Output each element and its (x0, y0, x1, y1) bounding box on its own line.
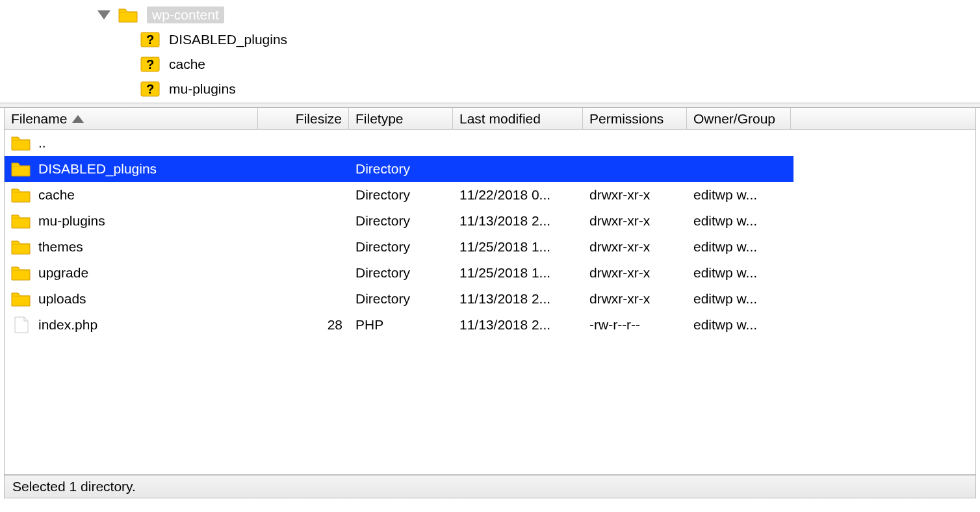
column-label: Last modified (459, 111, 541, 127)
file-owner: editwp w... (693, 317, 757, 333)
status-bar: Selected 1 directory. (4, 475, 976, 498)
pane-splitter[interactable] (0, 103, 980, 108)
file-date: 11/13/2018 2... (459, 291, 550, 307)
column-header-filetype[interactable]: Filetype (349, 108, 453, 129)
folder-icon (11, 264, 31, 281)
file-rows-area[interactable]: ..DISABLED_pluginsDirectorycacheDirector… (5, 130, 975, 474)
svg-text:?: ? (146, 32, 154, 47)
column-header-filesize[interactable]: Filesize (258, 108, 349, 129)
file-permissions: drwxr-xr-x (589, 187, 650, 203)
file-row[interactable]: mu-pluginsDirectory11/13/2018 2...drwxr-… (5, 208, 793, 234)
tree-item[interactable]: ?mu-plugins (0, 77, 980, 101)
file-name: upgrade (38, 265, 88, 281)
file-permissions: drwxr-xr-x (589, 213, 650, 229)
file-date: 11/13/2018 2... (459, 317, 550, 333)
file-owner: editwp w... (693, 291, 757, 307)
file-date: 11/13/2018 2... (459, 213, 550, 229)
file-row[interactable]: .. (5, 130, 793, 156)
directory-tree-pane: wp-content ?DISABLED_plugins?cache?mu-pl… (0, 0, 980, 103)
chevron-down-icon[interactable] (97, 10, 110, 19)
svg-text:?: ? (146, 57, 154, 71)
file-type: Directory (355, 239, 410, 255)
file-row[interactable]: DISABLED_pluginsDirectory (5, 156, 793, 182)
folder-icon (11, 238, 31, 255)
file-type: PHP (355, 317, 383, 333)
column-label: Filetype (355, 111, 404, 127)
svg-text:?: ? (146, 82, 154, 96)
file-name: index.php (38, 317, 97, 333)
status-text: Selected 1 directory. (12, 479, 136, 494)
tree-label: cache (169, 57, 205, 72)
folder-icon (11, 186, 31, 203)
column-label: Permissions (589, 111, 664, 127)
file-name: .. (38, 135, 46, 151)
tree-label: DISABLED_plugins (169, 32, 287, 47)
file-permissions: drwxr-xr-x (589, 265, 650, 281)
file-type: Directory (355, 213, 410, 229)
tree-label: mu-plugins (169, 81, 236, 97)
file-row[interactable]: uploadsDirectory11/13/2018 2...drwxr-xr-… (5, 286, 793, 312)
folder-icon (11, 212, 31, 229)
column-header-filename[interactable]: Filename (5, 108, 258, 129)
file-permissions: -rw-r--r-- (589, 317, 640, 333)
column-header-row: Filename Filesize Filetype Last modified… (5, 108, 975, 130)
file-permissions: drwxr-xr-x (589, 239, 650, 255)
unknown-folder-icon: ? (140, 31, 160, 48)
file-size: 28 (328, 317, 342, 333)
file-owner: editwp w... (693, 265, 757, 281)
file-type: Directory (355, 291, 410, 307)
file-owner: editwp w... (693, 187, 757, 203)
file-name: mu-plugins (38, 213, 105, 229)
file-owner: editwp w... (693, 213, 757, 229)
file-icon (11, 316, 31, 333)
file-row[interactable]: cacheDirectory11/22/2018 0...drwxr-xr-xe… (5, 182, 793, 208)
column-header-owner-group[interactable]: Owner/Group (687, 108, 791, 129)
file-type: Directory (355, 187, 410, 203)
column-header-permissions[interactable]: Permissions (583, 108, 687, 129)
column-header-last-modified[interactable]: Last modified (453, 108, 583, 129)
file-row[interactable]: upgradeDirectory11/25/2018 1...drwxr-xr-… (5, 260, 793, 286)
column-label: Filesize (296, 111, 342, 127)
column-label: Filename (11, 111, 67, 127)
sort-ascending-icon (72, 115, 84, 123)
column-header-spacer (791, 108, 975, 129)
folder-icon (11, 160, 31, 177)
file-row[interactable]: index.php28PHP11/13/2018 2...-rw-r--r--e… (5, 312, 793, 338)
tree-label: wp-content (147, 6, 224, 23)
folder-icon (11, 290, 31, 307)
file-type: Directory (355, 161, 410, 177)
file-type: Directory (355, 265, 410, 281)
file-name: themes (38, 239, 83, 255)
file-date: 11/25/2018 1... (459, 265, 550, 281)
file-name: uploads (38, 291, 86, 307)
file-name: cache (38, 187, 75, 203)
unknown-folder-icon: ? (140, 81, 160, 97)
file-date: 11/25/2018 1... (459, 239, 550, 255)
file-name: DISABLED_plugins (38, 161, 157, 177)
column-label: Owner/Group (693, 111, 775, 127)
file-list-pane: Filename Filesize Filetype Last modified… (4, 108, 976, 475)
file-date: 11/22/2018 0... (459, 187, 550, 203)
unknown-folder-icon: ? (140, 56, 160, 73)
file-row[interactable]: themesDirectory11/25/2018 1...drwxr-xr-x… (5, 234, 793, 260)
tree-item[interactable]: ?DISABLED_plugins (0, 27, 980, 52)
folder-icon (118, 6, 138, 23)
tree-item-wp-content[interactable]: wp-content (0, 3, 980, 27)
file-owner: editwp w... (693, 239, 757, 255)
file-permissions: drwxr-xr-x (589, 291, 650, 307)
folder-icon (11, 134, 31, 151)
tree-item[interactable]: ?cache (0, 52, 980, 77)
